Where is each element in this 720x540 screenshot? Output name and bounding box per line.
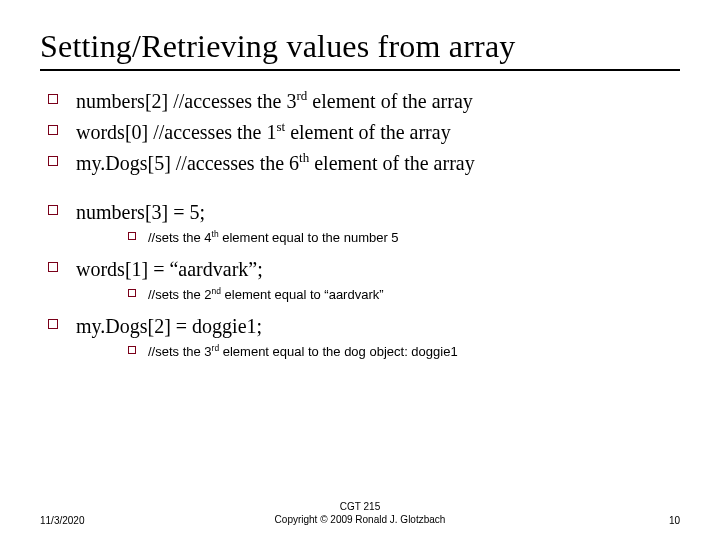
text: numbers[2] //accesses the 3 xyxy=(76,90,296,112)
footer-center: CGT 215 Copyright © 2009 Ronald J. Glotz… xyxy=(0,501,720,526)
slide-title: Setting/Retrieving values from array xyxy=(40,28,680,65)
footer-course: CGT 215 xyxy=(340,501,380,512)
text: element equal to the number 5 xyxy=(219,230,399,245)
title-underline xyxy=(40,69,680,71)
text: //sets the 3 xyxy=(148,344,212,359)
ordinal: th xyxy=(299,150,309,165)
bullet-list: numbers[2] //accesses the 3rd element of… xyxy=(40,87,680,178)
footer-page-number: 10 xyxy=(669,515,680,526)
sub-list: //sets the 3rd element equal to the dog … xyxy=(76,343,680,361)
text: //sets the 2 xyxy=(148,287,212,302)
text: words[0] //accesses the 1 xyxy=(76,121,277,143)
text: my.Dogs[2] = doggie1; xyxy=(76,315,262,337)
bullet-item: words[1] = “aardvark”; //sets the 2nd el… xyxy=(40,255,680,304)
text: element equal to “aardvark” xyxy=(221,287,384,302)
ordinal: rd xyxy=(212,343,220,353)
bullet-item: numbers[2] //accesses the 3rd element of… xyxy=(40,87,680,116)
text: //sets the 4 xyxy=(148,230,212,245)
text: element of the array xyxy=(285,121,450,143)
text: element of the array xyxy=(309,152,474,174)
bullet-item: words[0] //accesses the 1st element of t… xyxy=(40,118,680,147)
text: words[1] = “aardvark”; xyxy=(76,258,263,280)
bullet-item: numbers[3] = 5; //sets the 4th element e… xyxy=(40,198,680,247)
text: my.Dogs[5] //accesses the 6 xyxy=(76,152,299,174)
sub-item: //sets the 4th element equal to the numb… xyxy=(76,229,680,247)
sub-item: //sets the 3rd element equal to the dog … xyxy=(76,343,680,361)
sub-list: //sets the 4th element equal to the numb… xyxy=(76,229,680,247)
bullet-item: my.Dogs[5] //accesses the 6th element of… xyxy=(40,149,680,178)
bullet-list: numbers[3] = 5; //sets the 4th element e… xyxy=(40,198,680,362)
text: numbers[3] = 5; xyxy=(76,201,205,223)
spacer xyxy=(40,180,680,198)
bullet-item: my.Dogs[2] = doggie1; //sets the 3rd ele… xyxy=(40,312,680,361)
sub-item: //sets the 2nd element equal to “aardvar… xyxy=(76,286,680,304)
slide: Setting/Retrieving values from array num… xyxy=(0,0,720,362)
text: element equal to the dog object: doggie1 xyxy=(219,344,458,359)
ordinal: th xyxy=(212,229,219,239)
sub-list: //sets the 2nd element equal to “aardvar… xyxy=(76,286,680,304)
ordinal: nd xyxy=(212,286,221,296)
text: element of the array xyxy=(307,90,472,112)
ordinal: rd xyxy=(296,88,307,103)
ordinal: st xyxy=(277,119,286,134)
footer-copyright: Copyright © 2009 Ronald J. Glotzbach xyxy=(275,514,446,525)
